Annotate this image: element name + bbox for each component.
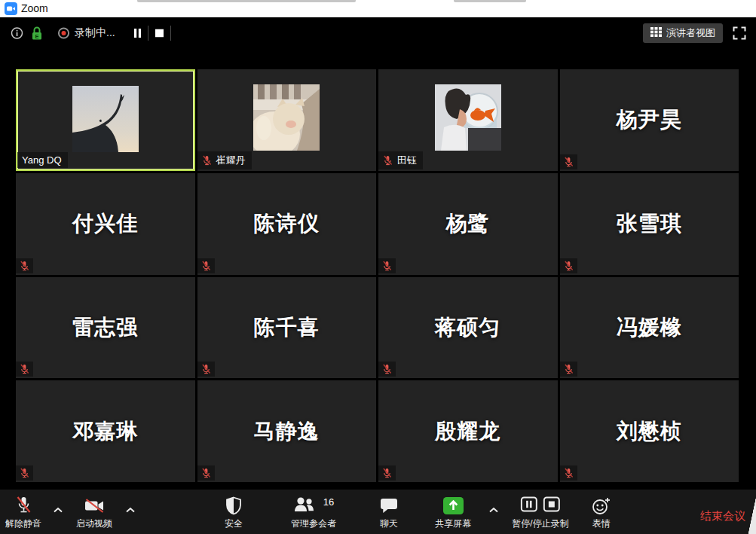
grid-view-icon <box>650 27 662 39</box>
emoji-icon <box>592 494 611 517</box>
participant-name: 杨鹭 <box>378 173 558 275</box>
participant-name-chip <box>378 465 396 481</box>
participant-name-chip <box>560 154 577 169</box>
video-options-caret[interactable] <box>124 502 137 517</box>
participant-name-chip <box>16 258 33 273</box>
participant-tile[interactable]: 雷志强 <box>16 277 195 379</box>
unmute-button[interactable]: 解除静音 <box>5 494 41 530</box>
chat-icon <box>380 494 399 517</box>
reactions-button[interactable]: 表情 <box>592 494 611 530</box>
muted-mic-icon <box>564 157 574 167</box>
participant-name-chip: Yang DQ <box>17 152 68 168</box>
participant-tile[interactable]: 崔耀丹 <box>197 69 377 171</box>
zoom-app-icon <box>5 2 17 15</box>
security-button[interactable]: 安全 <box>225 494 243 530</box>
participant-label: 崔耀丹 <box>216 154 246 167</box>
participant-name: 邓嘉琳 <box>16 380 195 482</box>
fullscreen-button[interactable] <box>733 26 746 42</box>
muted-mic-icon <box>383 155 393 166</box>
background-window-edge <box>137 0 356 2</box>
chat-label: 聊天 <box>380 517 398 530</box>
encryption-lock-icon[interactable]: E <box>31 26 43 41</box>
recording-indicator-icon <box>57 27 70 40</box>
participant-name: 陈诗仪 <box>197 173 377 275</box>
participant-name: 雷志强 <box>16 277 195 379</box>
participant-tile[interactable]: 陈千喜 <box>197 277 377 379</box>
participant-tile[interactable]: 张雪琪 <box>560 173 739 275</box>
manage-participants-label: 管理参会者 <box>291 517 336 530</box>
stop-recording-icon <box>543 496 561 514</box>
share-screen-icon <box>443 494 464 517</box>
audio-options-caret[interactable] <box>51 502 65 517</box>
participant-tile[interactable]: 陈诗仪 <box>197 173 377 275</box>
participant-tile[interactable]: 殷耀龙 <box>378 380 558 482</box>
participant-name: 刘懋桢 <box>560 380 739 482</box>
muted-mic-icon <box>201 364 211 374</box>
participant-name-chip <box>16 465 33 481</box>
participant-name-chip <box>378 362 396 377</box>
pause-recording-icon[interactable] <box>133 29 142 38</box>
stop-recording-icon[interactable] <box>155 29 164 38</box>
muted-mic-icon <box>201 261 211 271</box>
muted-mic-icon <box>382 261 392 271</box>
speaker-view-button[interactable]: 演讲者视图 <box>643 23 723 43</box>
divider <box>148 26 148 41</box>
start-video-button[interactable]: 启动视频 <box>76 494 112 530</box>
muted-mic-icon <box>20 364 29 374</box>
muted-mic-icon <box>202 155 212 166</box>
participant-name: 张雪琪 <box>560 173 739 275</box>
participant-tile[interactable]: 马静逸 <box>197 380 377 482</box>
recording-status-label: 录制中... <box>75 26 115 40</box>
participant-name-chip: 田钰 <box>378 151 423 169</box>
share-options-caret[interactable] <box>487 502 500 517</box>
pause-stop-recording-label: 暂停/停止录制 <box>512 517 568 530</box>
manage-participants-button[interactable]: 16 管理参会者 <box>291 494 336 530</box>
muted-mic-icon <box>382 468 392 478</box>
start-video-label: 启动视频 <box>76 517 112 530</box>
participant-name: 殷耀龙 <box>378 380 558 482</box>
muted-mic-icon <box>564 468 574 478</box>
muted-mic-icon <box>382 364 392 374</box>
speaker-view-label: 演讲者视图 <box>666 26 715 40</box>
cat-avatar <box>253 84 320 151</box>
participant-tile[interactable]: 田钰 <box>378 69 558 171</box>
participants-count-badge: 16 <box>323 496 334 508</box>
participants-icon <box>293 496 315 515</box>
unmute-label: 解除静音 <box>5 517 41 530</box>
participant-tile[interactable]: 付兴佳 <box>16 173 195 275</box>
video-grid: Yang DQ崔耀丹田钰杨尹昊付兴佳陈诗仪杨鹭张雪琪雷志强陈千喜蒋硕匀冯媛橼邓嘉… <box>16 69 739 482</box>
participant-tile[interactable]: 蒋硕匀 <box>378 277 558 379</box>
participant-tile[interactable]: Yang DQ <box>16 69 195 171</box>
meeting-toolbar: 解除静音 启动视频 安全 16 管理 <box>0 490 756 534</box>
participant-name-chip <box>560 465 577 481</box>
participant-tile[interactable]: 杨鹭 <box>378 173 558 275</box>
participant-name-chip <box>560 258 577 273</box>
shield-icon <box>225 494 242 517</box>
svg-text:E: E <box>35 33 38 40</box>
participant-tile[interactable]: 杨尹昊 <box>560 69 739 171</box>
chat-button[interactable]: 聊天 <box>380 494 399 530</box>
participant-name-chip <box>197 465 215 481</box>
participant-tile[interactable]: 邓嘉琳 <box>16 380 195 482</box>
participant-tile[interactable]: 冯媛橼 <box>560 277 739 379</box>
share-screen-label: 共享屏幕 <box>435 517 471 530</box>
meeting-info-icon[interactable] <box>11 27 23 40</box>
pause-recording-icon <box>521 496 538 514</box>
participant-name: 冯媛橼 <box>560 277 739 379</box>
participant-label: Yang DQ <box>22 154 62 166</box>
mic-muted-icon <box>15 494 32 517</box>
participant-name-chip <box>560 362 577 377</box>
participant-name-chip <box>197 362 215 377</box>
participant-name: 杨尹昊 <box>560 69 739 171</box>
participant-tile[interactable]: 刘懋桢 <box>560 380 739 482</box>
background-window-edge <box>454 0 526 2</box>
security-label: 安全 <box>225 517 243 530</box>
reactions-label: 表情 <box>592 517 611 530</box>
share-screen-button[interactable]: 共享屏幕 <box>435 494 471 530</box>
muted-mic-icon <box>564 261 574 271</box>
pause-stop-recording-button[interactable]: 暂停/停止录制 <box>512 494 568 530</box>
participant-name: 付兴佳 <box>16 173 195 275</box>
muted-mic-icon <box>20 468 29 478</box>
end-meeting-button[interactable]: 结束会议 <box>700 509 745 523</box>
zoom-meeting-window: Zoom E 录制中... 演讲者视图 Yang D <box>0 0 756 534</box>
